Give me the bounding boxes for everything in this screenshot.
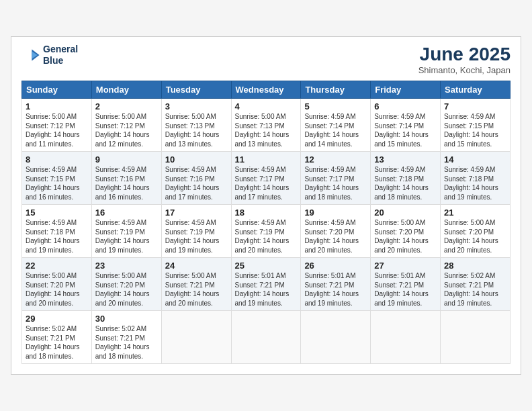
calendar-cell: 6Sunrise: 4:59 AMSunset: 7:14 PMDaylight… bbox=[371, 99, 441, 152]
day-number: 25 bbox=[235, 261, 298, 271]
day-number: 4 bbox=[235, 101, 298, 111]
cell-info: Sunrise: 5:00 AMSunset: 7:20 PMDaylight:… bbox=[95, 271, 158, 308]
calendar-row: 1Sunrise: 5:00 AMSunset: 7:12 PMDaylight… bbox=[22, 99, 511, 152]
calendar-row: 15Sunrise: 4:59 AMSunset: 7:18 PMDayligh… bbox=[22, 205, 511, 258]
day-number: 21 bbox=[444, 208, 506, 218]
day-number: 29 bbox=[26, 314, 88, 324]
cell-info: Sunrise: 5:01 AMSunset: 7:21 PMDaylight:… bbox=[235, 271, 298, 308]
calendar-cell: 23Sunrise: 5:00 AMSunset: 7:20 PMDayligh… bbox=[91, 258, 161, 311]
calendar-table: SundayMondayTuesdayWednesdayThursdayFrid… bbox=[21, 81, 511, 364]
calendar-cell: 4Sunrise: 5:00 AMSunset: 7:13 PMDaylight… bbox=[231, 99, 301, 152]
calendar-cell bbox=[161, 311, 231, 364]
day-number: 24 bbox=[165, 261, 228, 271]
weekday-header-wednesday: Wednesday bbox=[231, 81, 301, 99]
cell-info: Sunrise: 4:59 AMSunset: 7:19 PMDaylight:… bbox=[95, 218, 158, 255]
day-number: 9 bbox=[95, 154, 158, 165]
cell-info: Sunrise: 5:00 AMSunset: 7:20 PMDaylight:… bbox=[26, 271, 88, 308]
cell-info: Sunrise: 4:59 AMSunset: 7:19 PMDaylight:… bbox=[235, 218, 298, 255]
day-number: 5 bbox=[304, 101, 367, 111]
logo: General Blue bbox=[21, 44, 78, 66]
day-number: 16 bbox=[95, 208, 158, 218]
cell-info: Sunrise: 4:59 AMSunset: 7:15 PMDaylight:… bbox=[444, 112, 506, 148]
calendar-cell: 14Sunrise: 4:59 AMSunset: 7:18 PMDayligh… bbox=[441, 152, 511, 205]
weekday-header-thursday: Thursday bbox=[301, 81, 371, 99]
calendar-cell: 15Sunrise: 4:59 AMSunset: 7:18 PMDayligh… bbox=[22, 205, 92, 258]
calendar-row: 22Sunrise: 5:00 AMSunset: 7:20 PMDayligh… bbox=[22, 258, 511, 311]
day-number: 8 bbox=[26, 154, 88, 165]
calendar-cell: 2Sunrise: 5:00 AMSunset: 7:12 PMDaylight… bbox=[91, 99, 161, 152]
cell-info: Sunrise: 4:59 AMSunset: 7:16 PMDaylight:… bbox=[165, 165, 228, 201]
cell-info: Sunrise: 5:02 AMSunset: 7:21 PMDaylight:… bbox=[444, 271, 506, 308]
calendar-cell: 16Sunrise: 4:59 AMSunset: 7:19 PMDayligh… bbox=[91, 205, 161, 258]
calendar-cell: 25Sunrise: 5:01 AMSunset: 7:21 PMDayligh… bbox=[231, 258, 301, 311]
day-number: 10 bbox=[165, 154, 228, 165]
cell-info: Sunrise: 4:59 AMSunset: 7:18 PMDaylight:… bbox=[26, 218, 88, 255]
calendar-row: 8Sunrise: 4:59 AMSunset: 7:15 PMDaylight… bbox=[22, 152, 511, 205]
cell-info: Sunrise: 5:00 AMSunset: 7:12 PMDaylight:… bbox=[95, 112, 158, 148]
cell-info: Sunrise: 5:02 AMSunset: 7:21 PMDaylight:… bbox=[95, 324, 158, 361]
calendar-cell: 10Sunrise: 4:59 AMSunset: 7:16 PMDayligh… bbox=[161, 152, 231, 205]
day-number: 3 bbox=[165, 101, 228, 111]
title-block: June 2025 Shimanto, Kochi, Japan bbox=[418, 44, 511, 75]
cell-info: Sunrise: 4:59 AMSunset: 7:16 PMDaylight:… bbox=[95, 165, 158, 201]
day-number: 27 bbox=[374, 261, 437, 271]
calendar-cell: 12Sunrise: 4:59 AMSunset: 7:17 PMDayligh… bbox=[301, 152, 371, 205]
calendar-cell: 22Sunrise: 5:00 AMSunset: 7:20 PMDayligh… bbox=[22, 258, 92, 311]
cell-info: Sunrise: 4:59 AMSunset: 7:17 PMDaylight:… bbox=[235, 165, 298, 201]
calendar-cell bbox=[301, 311, 371, 364]
day-number: 6 bbox=[374, 101, 437, 111]
calendar-cell: 20Sunrise: 5:00 AMSunset: 7:20 PMDayligh… bbox=[371, 205, 441, 258]
day-number: 13 bbox=[374, 154, 437, 165]
cell-info: Sunrise: 4:59 AMSunset: 7:19 PMDaylight:… bbox=[165, 218, 228, 255]
cell-info: Sunrise: 5:02 AMSunset: 7:21 PMDaylight:… bbox=[26, 324, 88, 361]
day-number: 15 bbox=[26, 208, 88, 218]
calendar-cell: 1Sunrise: 5:00 AMSunset: 7:12 PMDaylight… bbox=[22, 99, 92, 152]
day-number: 17 bbox=[165, 208, 228, 218]
day-number: 20 bbox=[374, 208, 437, 218]
month-title: June 2025 bbox=[418, 44, 511, 65]
calendar-cell bbox=[371, 311, 441, 364]
calendar-cell: 28Sunrise: 5:02 AMSunset: 7:21 PMDayligh… bbox=[441, 258, 511, 311]
calendar-cell: 17Sunrise: 4:59 AMSunset: 7:19 PMDayligh… bbox=[161, 205, 231, 258]
cell-info: Sunrise: 5:01 AMSunset: 7:21 PMDaylight:… bbox=[374, 271, 437, 308]
calendar-cell: 9Sunrise: 4:59 AMSunset: 7:16 PMDaylight… bbox=[91, 152, 161, 205]
calendar-cell: 26Sunrise: 5:01 AMSunset: 7:21 PMDayligh… bbox=[301, 258, 371, 311]
cell-info: Sunrise: 5:00 AMSunset: 7:20 PMDaylight:… bbox=[374, 218, 437, 255]
cell-info: Sunrise: 5:00 AMSunset: 7:12 PMDaylight:… bbox=[26, 112, 88, 148]
day-number: 2 bbox=[95, 101, 158, 111]
cell-info: Sunrise: 5:00 AMSunset: 7:13 PMDaylight:… bbox=[235, 112, 298, 148]
calendar-tbody: 1Sunrise: 5:00 AMSunset: 7:12 PMDaylight… bbox=[22, 99, 511, 364]
calendar-cell: 24Sunrise: 5:00 AMSunset: 7:21 PMDayligh… bbox=[161, 258, 231, 311]
calendar-cell: 11Sunrise: 4:59 AMSunset: 7:17 PMDayligh… bbox=[231, 152, 301, 205]
cell-info: Sunrise: 4:59 AMSunset: 7:18 PMDaylight:… bbox=[374, 165, 437, 201]
cell-info: Sunrise: 4:59 AMSunset: 7:18 PMDaylight:… bbox=[444, 165, 506, 201]
calendar-cell: 21Sunrise: 5:00 AMSunset: 7:20 PMDayligh… bbox=[441, 205, 511, 258]
calendar-container: General Blue June 2025 Shimanto, Kochi, … bbox=[11, 36, 521, 375]
location: Shimanto, Kochi, Japan bbox=[418, 65, 511, 75]
day-number: 30 bbox=[95, 314, 158, 324]
weekday-header-saturday: Saturday bbox=[441, 81, 511, 99]
weekday-header-friday: Friday bbox=[371, 81, 441, 99]
day-number: 18 bbox=[235, 208, 298, 218]
weekday-header-monday: Monday bbox=[91, 81, 161, 99]
day-number: 22 bbox=[26, 261, 88, 271]
calendar-header: General Blue June 2025 Shimanto, Kochi, … bbox=[21, 44, 511, 75]
day-number: 14 bbox=[444, 154, 506, 165]
calendar-thead: SundayMondayTuesdayWednesdayThursdayFrid… bbox=[22, 81, 511, 99]
cell-info: Sunrise: 4:59 AMSunset: 7:14 PMDaylight:… bbox=[304, 112, 367, 148]
cell-info: Sunrise: 4:59 AMSunset: 7:15 PMDaylight:… bbox=[26, 165, 88, 201]
calendar-cell: 30Sunrise: 5:02 AMSunset: 7:21 PMDayligh… bbox=[91, 311, 161, 364]
weekday-header-tuesday: Tuesday bbox=[161, 81, 231, 99]
calendar-cell bbox=[441, 311, 511, 364]
calendar-cell: 8Sunrise: 4:59 AMSunset: 7:15 PMDaylight… bbox=[22, 152, 92, 205]
logo-text: General Blue bbox=[43, 44, 78, 66]
cell-info: Sunrise: 5:00 AMSunset: 7:13 PMDaylight:… bbox=[165, 112, 228, 148]
calendar-cell: 29Sunrise: 5:02 AMSunset: 7:21 PMDayligh… bbox=[22, 311, 92, 364]
cell-info: Sunrise: 4:59 AMSunset: 7:14 PMDaylight:… bbox=[374, 112, 437, 148]
cell-info: Sunrise: 4:59 AMSunset: 7:20 PMDaylight:… bbox=[304, 218, 367, 255]
calendar-cell: 27Sunrise: 5:01 AMSunset: 7:21 PMDayligh… bbox=[371, 258, 441, 311]
day-number: 7 bbox=[444, 101, 506, 111]
calendar-cell: 13Sunrise: 4:59 AMSunset: 7:18 PMDayligh… bbox=[371, 152, 441, 205]
weekday-header-sunday: Sunday bbox=[22, 81, 92, 99]
day-number: 26 bbox=[304, 261, 367, 271]
